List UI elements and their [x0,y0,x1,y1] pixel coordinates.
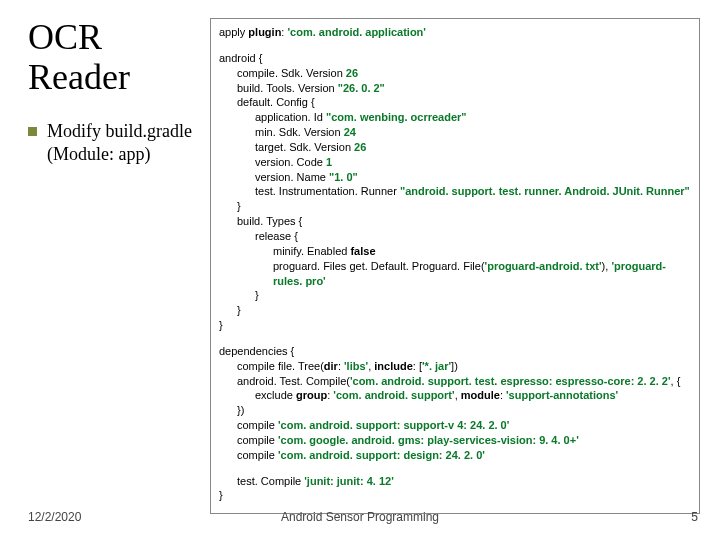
code-line: apply plugin: 'com. android. application… [219,25,691,40]
code-line: compile 'com. android. support: support-… [219,418,691,433]
code-line: minify. Enabled false [219,244,691,259]
code-line: compile 'com. android. support: design: … [219,448,691,463]
code-line: build. Types { [219,214,691,229]
code-line: release { [219,229,691,244]
code-line: android { [219,51,691,66]
slide-title: OCR Reader [28,18,198,97]
footer-title: Android Sensor Programming [0,510,720,524]
code-line: } [219,303,691,318]
code-line: min. Sdk. Version 24 [219,125,691,140]
slide: OCR Reader Modify build.gradle (Module: … [0,0,720,540]
code-line: version. Code 1 [219,155,691,170]
code-line: target. Sdk. Version 26 [219,140,691,155]
code-line: test. Instrumentation. Runner "android. … [219,184,691,199]
code-line: dependencies { [219,344,691,359]
code-line: compile file. Tree(dir: 'libs', include:… [219,359,691,374]
code-box: apply plugin: 'com. android. application… [210,18,700,514]
bullet-square-icon [28,127,37,136]
code-line: exclude group: 'com. android. support', … [219,388,691,403]
code-line: build. Tools. Version "26. 0. 2" [219,81,691,96]
code-line: android. Test. Compile('com. android. su… [219,374,691,389]
bullet-text: Modify build.gradle (Module: app) [47,120,208,165]
code-line: version. Name "1. 0" [219,170,691,185]
code-line: default. Config { [219,95,691,110]
code-line: test. Compile 'junit: junit: 4. 12' [219,474,691,489]
code-line: } [219,488,691,503]
code-line: proguard. Files get. Default. Proguard. … [219,259,691,289]
code-line: compile. Sdk. Version 26 [219,66,691,81]
code-line: }) [219,403,691,418]
code-line: } [219,318,691,333]
code-line: application. Id "com. wenbing. ocrreader… [219,110,691,125]
bullet-item: Modify build.gradle (Module: app) [28,120,208,165]
code-line: } [219,288,691,303]
page-number: 5 [691,510,698,524]
code-line: compile 'com. google. android. gms: play… [219,433,691,448]
code-line: } [219,199,691,214]
